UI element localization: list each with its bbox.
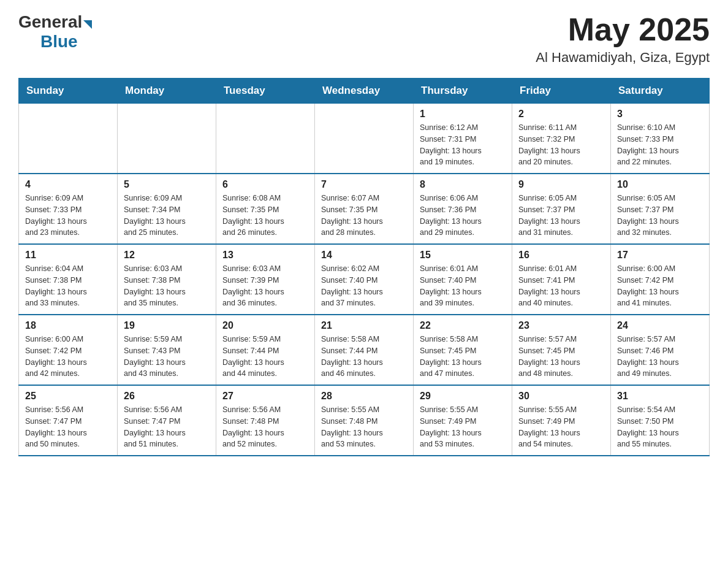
day-info: Sunrise: 5:56 AM Sunset: 7:48 PM Dayligh… (222, 404, 308, 450)
day-number: 28 (321, 391, 407, 402)
calendar-cell: 19Sunrise: 5:59 AM Sunset: 7:43 PM Dayli… (118, 315, 216, 385)
day-info: Sunrise: 6:10 AM Sunset: 7:33 PM Dayligh… (617, 122, 703, 168)
day-info: Sunrise: 6:05 AM Sunset: 7:37 PM Dayligh… (617, 193, 703, 239)
day-info: Sunrise: 6:01 AM Sunset: 7:40 PM Dayligh… (420, 263, 506, 309)
day-info: Sunrise: 6:03 AM Sunset: 7:38 PM Dayligh… (124, 263, 210, 309)
day-info: Sunrise: 5:56 AM Sunset: 7:47 PM Dayligh… (25, 404, 111, 450)
calendar-cell: 26Sunrise: 5:56 AM Sunset: 7:47 PM Dayli… (118, 385, 216, 456)
day-number: 1 (420, 109, 506, 120)
calendar-cell: 29Sunrise: 5:55 AM Sunset: 7:49 PM Dayli… (414, 385, 512, 456)
calendar-cell: 6Sunrise: 6:08 AM Sunset: 7:35 PM Daylig… (216, 174, 315, 244)
day-number: 16 (518, 250, 604, 261)
calendar-cell: 8Sunrise: 6:06 AM Sunset: 7:36 PM Daylig… (414, 174, 512, 244)
day-number: 17 (617, 250, 703, 261)
page-header: General Blue May 2025 Al Hawamidiyah, Gi… (18, 12, 710, 66)
day-number: 18 (25, 320, 111, 331)
day-number: 31 (617, 391, 703, 402)
location-text: Al Hawamidiyah, Giza, Egypt (536, 50, 710, 66)
day-info: Sunrise: 6:05 AM Sunset: 7:37 PM Dayligh… (518, 193, 604, 239)
day-number: 8 (420, 179, 506, 190)
day-number: 26 (124, 391, 210, 402)
day-number: 19 (124, 320, 210, 331)
calendar-cell: 12Sunrise: 6:03 AM Sunset: 7:38 PM Dayli… (118, 244, 216, 315)
calendar-cell: 24Sunrise: 5:57 AM Sunset: 7:46 PM Dayli… (611, 315, 710, 385)
day-number: 21 (321, 320, 407, 331)
day-number: 15 (420, 250, 506, 261)
day-info: Sunrise: 6:09 AM Sunset: 7:33 PM Dayligh… (25, 193, 111, 239)
calendar-cell: 30Sunrise: 5:55 AM Sunset: 7:49 PM Dayli… (512, 385, 611, 456)
calendar-cell: 9Sunrise: 6:05 AM Sunset: 7:37 PM Daylig… (512, 174, 611, 244)
calendar-cell: 10Sunrise: 6:05 AM Sunset: 7:37 PM Dayli… (611, 174, 710, 244)
day-number: 10 (617, 179, 703, 190)
day-info: Sunrise: 6:04 AM Sunset: 7:38 PM Dayligh… (25, 263, 111, 309)
day-info: Sunrise: 6:12 AM Sunset: 7:31 PM Dayligh… (420, 122, 506, 168)
calendar-header-sunday: Sunday (19, 79, 118, 104)
day-info: Sunrise: 5:57 AM Sunset: 7:46 PM Dayligh… (617, 334, 703, 380)
day-number: 29 (420, 391, 506, 402)
day-number: 12 (124, 250, 210, 261)
day-number: 20 (222, 320, 308, 331)
day-number: 3 (617, 109, 703, 120)
day-number: 22 (420, 320, 506, 331)
calendar-cell: 13Sunrise: 6:03 AM Sunset: 7:39 PM Dayli… (216, 244, 315, 315)
day-info: Sunrise: 5:55 AM Sunset: 7:49 PM Dayligh… (420, 404, 506, 450)
calendar-header-wednesday: Wednesday (315, 79, 414, 104)
logo-general-text: General (18, 12, 82, 32)
day-number: 6 (222, 179, 308, 190)
day-number: 7 (321, 179, 407, 190)
calendar-cell: 7Sunrise: 6:07 AM Sunset: 7:35 PM Daylig… (315, 174, 414, 244)
calendar-header-saturday: Saturday (611, 79, 710, 104)
day-number: 11 (25, 250, 111, 261)
calendar-header-row: SundayMondayTuesdayWednesdayThursdayFrid… (19, 79, 710, 104)
day-info: Sunrise: 6:06 AM Sunset: 7:36 PM Dayligh… (420, 193, 506, 239)
calendar-cell: 25Sunrise: 5:56 AM Sunset: 7:47 PM Dayli… (19, 385, 118, 456)
calendar-cell: 14Sunrise: 6:02 AM Sunset: 7:40 PM Dayli… (315, 244, 414, 315)
calendar-cell (315, 104, 414, 174)
day-info: Sunrise: 6:07 AM Sunset: 7:35 PM Dayligh… (321, 193, 407, 239)
calendar-cell: 15Sunrise: 6:01 AM Sunset: 7:40 PM Dayli… (414, 244, 512, 315)
calendar-cell: 5Sunrise: 6:09 AM Sunset: 7:34 PM Daylig… (118, 174, 216, 244)
logo-blue-text: Blue (40, 32, 78, 52)
day-number: 2 (518, 109, 604, 120)
week-row-5: 25Sunrise: 5:56 AM Sunset: 7:47 PM Dayli… (19, 385, 710, 456)
calendar-cell: 16Sunrise: 6:01 AM Sunset: 7:41 PM Dayli… (512, 244, 611, 315)
day-info: Sunrise: 6:03 AM Sunset: 7:39 PM Dayligh… (222, 263, 308, 309)
day-info: Sunrise: 5:58 AM Sunset: 7:44 PM Dayligh… (321, 334, 407, 380)
month-title: May 2025 (536, 12, 710, 47)
calendar-cell (216, 104, 315, 174)
day-info: Sunrise: 5:59 AM Sunset: 7:43 PM Dayligh… (124, 334, 210, 380)
day-info: Sunrise: 5:56 AM Sunset: 7:47 PM Dayligh… (124, 404, 210, 450)
day-info: Sunrise: 5:55 AM Sunset: 7:49 PM Dayligh… (518, 404, 604, 450)
week-row-2: 4Sunrise: 6:09 AM Sunset: 7:33 PM Daylig… (19, 174, 710, 244)
calendar-cell: 3Sunrise: 6:10 AM Sunset: 7:33 PM Daylig… (611, 104, 710, 174)
week-row-1: 1Sunrise: 6:12 AM Sunset: 7:31 PM Daylig… (19, 104, 710, 174)
calendar-cell: 17Sunrise: 6:00 AM Sunset: 7:42 PM Dayli… (611, 244, 710, 315)
day-number: 5 (124, 179, 210, 190)
day-number: 4 (25, 179, 111, 190)
day-info: Sunrise: 5:59 AM Sunset: 7:44 PM Dayligh… (222, 334, 308, 380)
calendar-header-tuesday: Tuesday (216, 79, 315, 104)
day-number: 9 (518, 179, 604, 190)
logo: General Blue (18, 12, 92, 52)
calendar-header-monday: Monday (118, 79, 216, 104)
calendar-cell: 2Sunrise: 6:11 AM Sunset: 7:32 PM Daylig… (512, 104, 611, 174)
day-info: Sunrise: 5:54 AM Sunset: 7:50 PM Dayligh… (617, 404, 703, 450)
day-info: Sunrise: 6:01 AM Sunset: 7:41 PM Dayligh… (518, 263, 604, 309)
day-info: Sunrise: 6:00 AM Sunset: 7:42 PM Dayligh… (617, 263, 703, 309)
day-info: Sunrise: 6:00 AM Sunset: 7:42 PM Dayligh… (25, 334, 111, 380)
day-info: Sunrise: 6:11 AM Sunset: 7:32 PM Dayligh… (518, 122, 604, 168)
calendar-cell: 20Sunrise: 5:59 AM Sunset: 7:44 PM Dayli… (216, 315, 315, 385)
day-number: 23 (518, 320, 604, 331)
day-info: Sunrise: 6:02 AM Sunset: 7:40 PM Dayligh… (321, 263, 407, 309)
day-info: Sunrise: 5:58 AM Sunset: 7:45 PM Dayligh… (420, 334, 506, 380)
logo-arrow-icon (83, 20, 92, 29)
week-row-4: 18Sunrise: 6:00 AM Sunset: 7:42 PM Dayli… (19, 315, 710, 385)
calendar-header-thursday: Thursday (414, 79, 512, 104)
title-area: May 2025 Al Hawamidiyah, Giza, Egypt (536, 12, 710, 66)
calendar-cell: 4Sunrise: 6:09 AM Sunset: 7:33 PM Daylig… (19, 174, 118, 244)
day-info: Sunrise: 5:57 AM Sunset: 7:45 PM Dayligh… (518, 334, 604, 380)
calendar-cell: 23Sunrise: 5:57 AM Sunset: 7:45 PM Dayli… (512, 315, 611, 385)
calendar-cell: 18Sunrise: 6:00 AM Sunset: 7:42 PM Dayli… (19, 315, 118, 385)
day-number: 14 (321, 250, 407, 261)
calendar-cell: 1Sunrise: 6:12 AM Sunset: 7:31 PM Daylig… (414, 104, 512, 174)
